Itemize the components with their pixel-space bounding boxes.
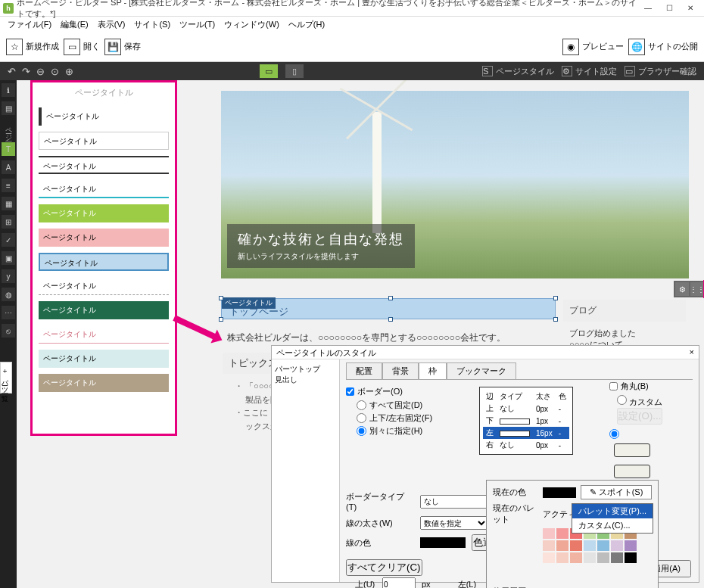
menu-window[interactable]: ウィンドウ(W) [221, 19, 282, 30]
selected-page-title-block[interactable]: ページタイトル トップページ [221, 298, 556, 319]
rail-more-icon[interactable]: ⋯ [2, 306, 15, 319]
border-all-radio[interactable] [357, 400, 366, 410]
round-preset[interactable] [614, 443, 650, 457]
style-option[interactable]: ページタイトル [39, 350, 169, 368]
move-icon[interactable]: ⋮⋮ [690, 282, 704, 296]
resize-handle[interactable] [388, 296, 393, 300]
resize-handle[interactable] [219, 317, 223, 322]
style-option[interactable]: ページタイトル [39, 374, 169, 392]
style-option[interactable]: ページタイトル [39, 132, 169, 150]
eyedropper-button[interactable]: ✎ スポイト(S) [581, 485, 652, 499]
palette-swatch[interactable] [556, 528, 568, 539]
tab-background[interactable]: 背景 [382, 362, 419, 379]
style-option[interactable]: ページタイトル [39, 204, 169, 222]
new-button[interactable]: ☆新規作成 [6, 39, 59, 55]
palette-swatch[interactable] [543, 528, 555, 539]
palette-swatch[interactable] [625, 540, 637, 551]
hero-image[interactable]: 確かな技術と自由な発想 新しいライフスタイルを提供します [221, 91, 689, 278]
style-option[interactable]: ページタイトル [39, 325, 169, 344]
publish-button[interactable]: 🌐サイトの公開 [628, 39, 698, 55]
close-button[interactable]: ✕ [680, 1, 701, 16]
tab-bookmark[interactable]: ブックマーク [447, 362, 516, 379]
menu-file[interactable]: ファイル(F) [5, 19, 55, 30]
table-row[interactable]: 左16px- [483, 427, 569, 439]
palette-swatch[interactable] [597, 540, 609, 551]
desktop-view-icon[interactable]: ▭ [260, 64, 278, 78]
palette-swatch[interactable] [611, 552, 623, 563]
table-row[interactable]: 上なし0px- [483, 403, 569, 415]
zoom-out-icon[interactable]: ⊖ [36, 66, 45, 77]
rail-text-icon[interactable]: A [2, 160, 15, 174]
palette-swatch[interactable] [556, 540, 568, 551]
resize-handle[interactable] [219, 296, 223, 300]
round-custom-radio[interactable] [617, 395, 627, 405]
blog-heading[interactable]: ブログ [563, 300, 686, 322]
preview-button[interactable]: ◉プレビュー [562, 39, 624, 55]
resize-handle[interactable] [553, 296, 558, 300]
menu-tool[interactable]: ツール(T) [176, 19, 218, 30]
dialog-close-icon[interactable]: × [690, 347, 694, 357]
resize-handle[interactable] [388, 317, 393, 322]
rail-check-icon[interactable]: ✓ [2, 233, 15, 247]
maximize-button[interactable]: ☐ [659, 1, 680, 16]
body-text[interactable]: 株式会社ビルダーは、○○○○○○○○を専門とする○○○○○○○○会社です。 [227, 331, 506, 344]
open-button[interactable]: ▭開く [64, 39, 100, 55]
zoom-reset-icon[interactable]: ⊙ [51, 66, 59, 77]
palette-swatch[interactable] [625, 552, 637, 563]
style-option[interactable]: ページタイトル [39, 229, 169, 247]
clear-all-button[interactable]: すべてクリア(C) [346, 559, 422, 576]
mobile-view-icon[interactable]: ▯ [285, 64, 304, 78]
rail-social-icon[interactable]: y [2, 269, 15, 283]
table-row[interactable]: 下1px- [483, 415, 569, 427]
palette-custom-item[interactable]: カスタム(C)... [572, 518, 653, 533]
style-option[interactable]: ページタイトル [39, 107, 169, 126]
style-option[interactable]: ページタイトル [39, 156, 169, 174]
rail-image-icon[interactable]: ▣ [2, 251, 15, 265]
palette-swatch[interactable] [611, 540, 623, 551]
tab-border[interactable]: 枠 [419, 362, 447, 379]
border-vh-radio[interactable] [357, 413, 366, 423]
rail-page-icon[interactable]: ▤ [2, 101, 15, 115]
rail-list-icon[interactable]: ≡ [2, 179, 15, 192]
blog-item[interactable]: ブログ始めました [569, 328, 680, 339]
round-settings-button[interactable]: 設定(O)... [617, 408, 662, 425]
palette-swatch[interactable] [597, 552, 609, 563]
settings-icon[interactable]: ⚙ [675, 282, 689, 296]
resize-handle[interactable] [553, 317, 558, 322]
menu-view[interactable]: 表示(V) [95, 19, 129, 30]
rail-info-icon[interactable]: ℹ [2, 83, 15, 97]
palette-swatch[interactable] [584, 552, 596, 563]
line-width-mode[interactable]: 数値を指定 [420, 516, 488, 530]
page-style-button[interactable]: Sページスタイル [482, 66, 554, 77]
rail-title-icon[interactable]: T [2, 142, 15, 156]
palette-swatch[interactable] [543, 552, 555, 563]
round-preset[interactable] [614, 465, 650, 478]
rail-link-icon[interactable]: ⎋ [2, 324, 15, 338]
style-option-selected[interactable]: ページタイトル [39, 253, 169, 271]
style-option[interactable]: ページタイトル [39, 277, 169, 295]
border-each-radio[interactable] [357, 426, 366, 436]
menu-help[interactable]: ヘルプ(H) [285, 19, 328, 30]
parts-strip[interactable]: ＋ パーツ一覧 [0, 362, 12, 394]
minimize-button[interactable]: ― [637, 1, 659, 16]
style-option[interactable]: ページタイトル [39, 180, 169, 198]
border-checkbox[interactable] [346, 387, 354, 396]
rail-map-icon[interactable]: ◍ [2, 288, 15, 301]
site-settings-button[interactable]: ⚙サイト設定 [562, 66, 617, 77]
block-title-text[interactable]: トップページ [229, 305, 288, 319]
palette-swatch[interactable] [584, 540, 596, 551]
round-preset-radio[interactable] [609, 429, 619, 439]
style-option[interactable]: ページタイトル [39, 301, 169, 319]
round-checkbox[interactable] [609, 382, 618, 390]
rail-grid-icon[interactable]: ⊞ [2, 215, 15, 229]
palette-swatch[interactable] [570, 552, 582, 563]
dialog-tree[interactable]: パーツトップ 見出し [272, 359, 340, 582]
save-button[interactable]: 💾保存 [104, 39, 141, 55]
browser-check-button[interactable]: ▭ブラウザー確認 [625, 66, 696, 77]
palette-swatch[interactable] [570, 540, 582, 551]
menu-edit[interactable]: 編集(E) [58, 19, 92, 30]
zoom-in-icon[interactable]: ⊕ [65, 66, 73, 77]
palette-swatch[interactable] [543, 540, 555, 551]
palette-change-item[interactable]: パレット変更(P)... [572, 504, 653, 518]
rail-table-icon[interactable]: ▦ [2, 197, 15, 210]
